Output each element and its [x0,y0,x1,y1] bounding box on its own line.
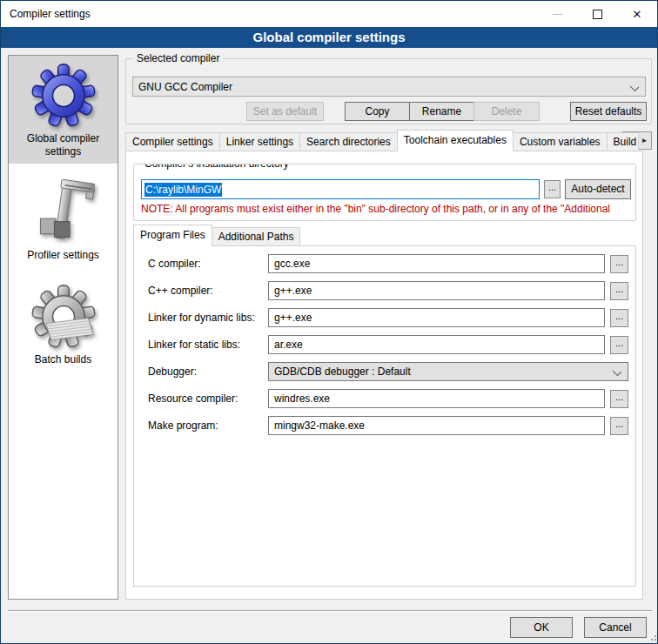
settings-category-list: Global compiler settings [8,55,118,600]
make-program-input[interactable]: mingw32-make.exe [268,416,605,435]
linker-static-browse-button[interactable]: ... [610,336,628,354]
field-value: g++.exe [274,312,312,324]
ok-button[interactable]: OK [510,617,573,638]
dialog-content: Global compiler settings [1,48,657,643]
tab-search-directories[interactable]: Search directories [299,132,398,151]
field-label: Linker for static libs: [148,339,268,351]
selected-compiler-value: GNU GCC Compiler [138,81,232,93]
install-dir-value: C:\raylib\MinGW [144,183,222,197]
tab-scroll-right-button[interactable]: ► [637,131,652,150]
delete-button[interactable]: Delete [473,102,540,121]
toolchain-executables-page: Compiler's installation directory C:\ray… [125,151,643,600]
field-label: C++ compiler: [148,285,268,297]
sidebar-item-label: Profiler settings [27,249,99,262]
resource-compiler-input[interactable]: windres.exe [268,389,605,408]
set-as-default-button[interactable]: Set as default [246,102,324,121]
field-value: windres.exe [274,392,330,405]
chevron-down-icon [614,368,621,375]
minimize-icon [553,14,562,15]
field-value: g++.exe [274,285,312,297]
sidebar-item-label: Batch builds [35,353,91,366]
reset-defaults-button[interactable]: Reset defaults [570,102,647,121]
resize-grip[interactable] [648,633,657,641]
cancel-button[interactable]: Cancel [584,617,647,638]
compiler-tabs: Compiler settings Linker settings Search… [125,131,639,151]
field-value: gcc.exe [274,258,310,270]
title-bar: Compiler settings ✕ [1,1,657,27]
field-label: Resource compiler: [148,392,268,405]
close-icon: ✕ [633,9,642,20]
window-title: Compiler settings [10,8,91,20]
field-row-linker-static: Linker for static libs: ar.exe ... [148,335,628,354]
field-row-make-program: Make program: mingw32-make.exe ... [148,416,628,435]
close-button[interactable]: ✕ [617,1,657,27]
tab-toolchain-executables[interactable]: Toolchain executables [397,130,514,151]
compiler-settings-dialog: Compiler settings ✕ Global compiler sett… [0,0,658,644]
linker-dynamic-browse-button[interactable]: ... [610,309,628,327]
sidebar-item-batch-builds[interactable]: Batch builds [9,277,118,378]
tab-additional-paths[interactable]: Additional Paths [212,227,301,246]
field-row-debugger: Debugger: GDB/CDB debugger : Default [148,362,628,381]
minimize-button[interactable] [537,1,577,27]
footer-divider [8,610,652,612]
linker-dynamic-input[interactable]: g++.exe [268,308,605,327]
tab-compiler-settings[interactable]: Compiler settings [125,132,220,151]
debugger-dropdown[interactable]: GDB/CDB debugger : Default [268,362,628,381]
install-dir-input[interactable]: C:\raylib\MinGW [141,179,540,199]
sidebar-item-profiler-settings[interactable]: Profiler settings [9,172,118,266]
selected-compiler-dropdown[interactable]: GNU GCC Compiler [132,77,646,97]
field-value: ar.exe [274,339,303,351]
program-tabs: Program Files Additional Paths [133,226,300,246]
selected-compiler-group: Selected compiler GNU GCC Compiler Set a… [125,58,652,124]
copy-button[interactable]: Copy [345,102,410,121]
resource-compiler-browse-button[interactable]: ... [610,390,628,408]
cpp-compiler-browse-button[interactable]: ... [610,282,628,300]
c-compiler-input[interactable]: gcc.exe [268,254,605,273]
tab-custom-variables[interactable]: Custom variables [513,132,608,151]
make-program-browse-button[interactable]: ... [610,417,628,435]
install-dir-note: NOTE: All programs must exist either in … [141,203,636,215]
sidebar-item-label: Global compiler settings [9,132,118,158]
installation-directory-group: Compiler's installation directory C:\ray… [133,164,636,221]
group-label: Compiler's installation directory [141,164,292,170]
field-row-c-compiler: C compiler: gcc.exe ... [148,254,628,273]
maximize-icon [593,10,602,19]
field-label: C compiler: [148,258,268,270]
install-dir-browse-button[interactable]: ... [544,180,561,198]
maximize-button[interactable] [577,1,617,27]
field-row-resource-compiler: Resource compiler: windres.exe ... [148,389,628,408]
rename-button[interactable]: Rename [409,102,474,121]
tab-program-files[interactable]: Program Files [133,225,212,246]
field-label: Linker for dynamic libs: [148,312,268,324]
tab-linker-settings[interactable]: Linker settings [219,132,300,151]
program-files-panel: C compiler: gcc.exe ... C++ compiler: g+… [133,245,636,587]
field-row-linker-dynamic: Linker for dynamic libs: g++.exe ... [148,308,628,327]
gray-gear-stack-icon [29,282,98,352]
c-compiler-browse-button[interactable]: ... [610,255,628,273]
chevron-down-icon [631,84,638,91]
auto-detect-button[interactable]: Auto-detect [565,179,631,199]
caliper-icon [29,178,98,247]
scroll-right-icon: ► [641,137,648,144]
field-label: Debugger: [148,366,268,378]
tab-build-options[interactable]: Build options [607,132,639,151]
cpp-compiler-input[interactable]: g++.exe [268,281,605,300]
field-row-cpp-compiler: C++ compiler: g++.exe ... [148,281,628,300]
field-label: Make program: [148,419,268,432]
page-title: Global compiler settings [1,27,657,48]
sidebar-item-global-compiler-settings[interactable]: Global compiler settings [9,56,118,164]
group-label: Selected compiler [133,52,223,64]
blue-gear-icon [29,61,98,131]
linker-static-input[interactable]: ar.exe [268,335,605,354]
field-value: mingw32-make.exe [274,419,365,432]
field-value: GDB/CDB debugger : Default [274,366,411,378]
